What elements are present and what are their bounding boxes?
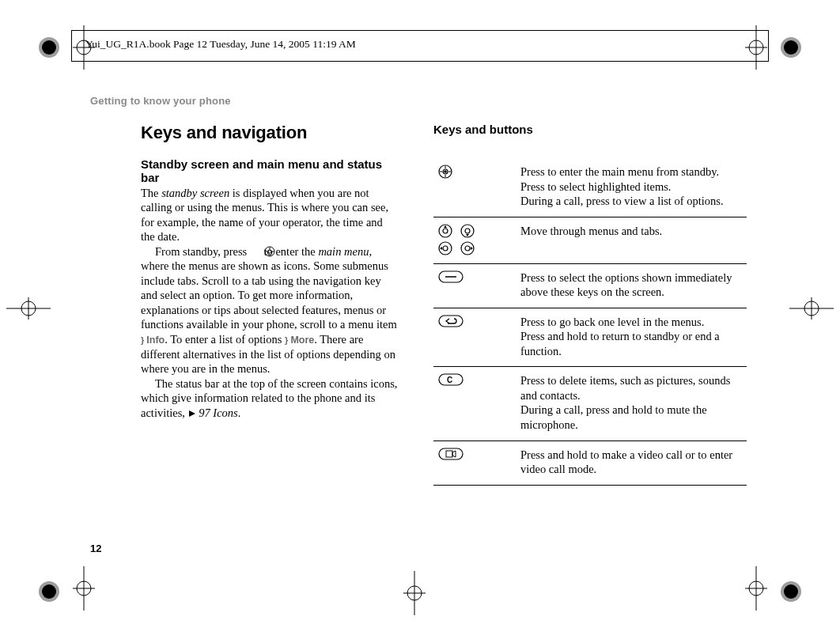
table-row: Press to go back one level in the menus.… — [433, 308, 747, 367]
back-key-icon — [438, 315, 464, 327]
svg-point-7 — [784, 584, 798, 599]
text: . To enter a list of options — [165, 333, 285, 346]
text: The status bar at the top of the screen … — [141, 377, 397, 419]
svg-point-37 — [444, 170, 447, 173]
text: main menu — [318, 245, 369, 258]
body-text: The standby screen is displayed when you… — [141, 186, 399, 421]
text: From standby, press — [155, 245, 250, 258]
svg-point-43 — [443, 229, 448, 233]
c-key-icon: C — [438, 373, 464, 386]
text: . — [238, 406, 241, 419]
printer-mark-icon — [780, 580, 802, 603]
key-description: Press to enter the main menu from standb… — [520, 158, 747, 217]
keys-table: Press to enter the main menu from standb… — [433, 158, 747, 486]
text: to enter the — [261, 245, 318, 258]
table-row: Move through menus and tabs. — [433, 217, 747, 263]
nav-center-icon — [250, 246, 261, 257]
svg-point-49 — [465, 246, 470, 251]
text: standby screen — [161, 187, 229, 199]
keys-title: Keys and buttons — [433, 123, 747, 136]
table-row: Press to select the options shown immedi… — [433, 263, 747, 308]
xref-arrow-icon — [189, 410, 195, 417]
running-head: Yui_UG_R1A.book Page 12 Tuesday, June 14… — [85, 38, 356, 51]
table-row: Press and hold to make a video call or t… — [433, 440, 747, 485]
video-key-icon — [438, 448, 464, 460]
key-description: Press and hold to make a video call or t… — [520, 440, 747, 485]
nav-right-icon — [460, 241, 475, 255]
section-label: Getting to know your phone — [90, 95, 747, 107]
table-row: C Press to delete items, such as picture… — [433, 367, 747, 440]
nav-up-icon — [438, 224, 452, 238]
svg-rect-56 — [446, 451, 452, 457]
key-description: Press to delete items, such as pictures,… — [520, 367, 747, 440]
svg-rect-55 — [439, 448, 463, 459]
crosshair-icon — [745, 566, 767, 614]
key-description: Move through menus and tabs. — [520, 217, 747, 263]
softkey-icon — [438, 270, 464, 283]
key-description: Press to go back one level in the menus.… — [520, 308, 747, 367]
crosshair-icon — [73, 566, 95, 614]
svg-text:C: C — [447, 376, 452, 384]
nav-center-icon — [438, 164, 452, 179]
key-description: Press to select the options shown immedi… — [520, 263, 747, 308]
svg-rect-52 — [439, 316, 463, 327]
printer-mark-icon — [38, 580, 60, 603]
crosshair-icon — [6, 297, 51, 323]
table-row: Press to enter the main menu from standb… — [433, 158, 747, 217]
printer-mark-icon — [38, 36, 60, 59]
nav-down-icon — [460, 224, 475, 238]
svg-point-3 — [784, 40, 798, 55]
menu-label: Info — [146, 335, 165, 346]
svg-point-1 — [42, 40, 56, 55]
menu-label: More — [290, 335, 314, 346]
page-number: 12 — [90, 543, 101, 554]
page-title: Keys and navigation — [141, 123, 399, 143]
svg-point-47 — [443, 246, 448, 251]
text: The — [141, 187, 161, 199]
printer-mark-icon — [780, 36, 802, 59]
crosshair-icon — [789, 297, 834, 323]
svg-point-45 — [465, 229, 470, 233]
subsection-title: Standby screen and main menu and status … — [141, 157, 399, 185]
crosshair-icon — [403, 571, 426, 618]
xref: 97 Icons — [199, 406, 238, 419]
nav-left-icon — [438, 241, 452, 255]
svg-point-5 — [42, 584, 56, 599]
